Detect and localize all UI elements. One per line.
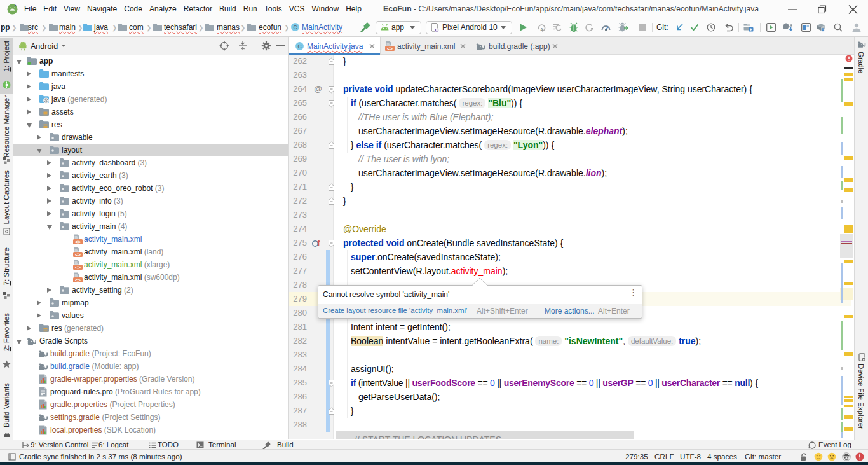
svg-text:A: A [540, 27, 543, 32]
svg-text:<>: <> [75, 253, 81, 258]
svg-text:<>: <> [75, 278, 81, 283]
svg-text:<>: <> [75, 265, 81, 270]
svg-text:C: C [297, 43, 301, 50]
svg-text:<>: <> [75, 240, 81, 245]
svg-text:<>: <> [387, 46, 393, 52]
svg-text:C: C [293, 24, 297, 31]
